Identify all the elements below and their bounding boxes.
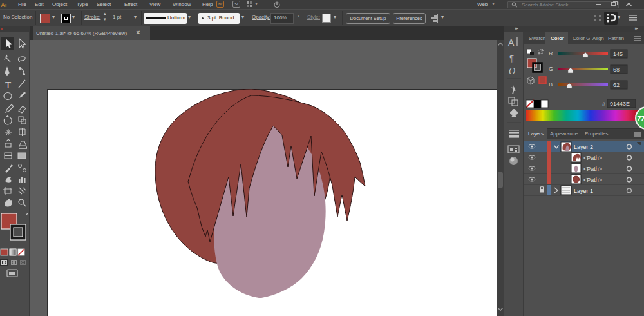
svg-text:T: T — [5, 80, 11, 90]
svg-text:145: 145 — [613, 51, 623, 57]
svg-text:A: A — [508, 37, 515, 48]
svg-text:R: R — [549, 50, 553, 57]
svg-text:68: 68 — [613, 66, 620, 73]
svg-text:<Path>: <Path> — [583, 155, 602, 161]
svg-text:G: G — [549, 66, 553, 72]
svg-text:91443E: 91443E — [610, 101, 630, 107]
svg-text:O: O — [509, 66, 515, 76]
svg-text:Layer 2: Layer 2 — [574, 144, 593, 150]
svg-text:<Path>: <Path> — [583, 177, 602, 183]
svg-text:B: B — [549, 81, 553, 88]
svg-text:62: 62 — [613, 82, 620, 88]
svg-text:#: # — [602, 101, 605, 107]
svg-text:<Path>: <Path> — [583, 166, 602, 172]
svg-text:Layer 1: Layer 1 — [574, 188, 593, 194]
svg-text:77: 77 — [637, 115, 644, 123]
svg-text:¶: ¶ — [509, 54, 514, 63]
